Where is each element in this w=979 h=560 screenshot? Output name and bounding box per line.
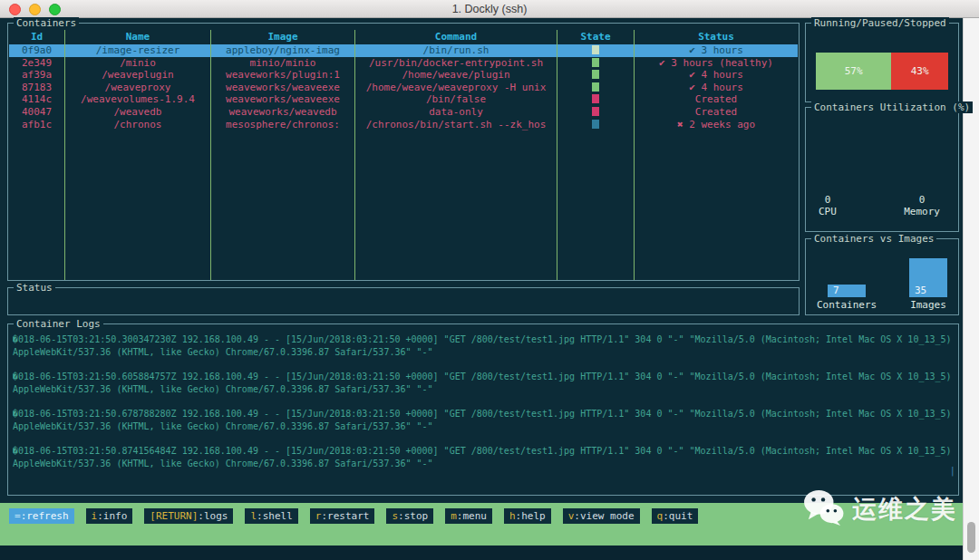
cell-container-state[interactable]: [557, 44, 635, 57]
running-paused-stopped-panel: Running/Paused/Stopped 57%43%: [805, 23, 959, 102]
metric-cpu: 0CPU: [819, 194, 837, 217]
logs-panel: Container Logs �018-06-15T03:21:50.30034…: [7, 323, 959, 496]
table-filler: [211, 130, 355, 280]
cell-container-state[interactable]: [557, 93, 635, 106]
utilization-panel-title: Containers Utilization (%): [811, 101, 973, 113]
status-panel-title: Status: [14, 282, 55, 294]
cell-container-image[interactable]: weaveworks/weaveexe: [211, 82, 355, 94]
terminal-content: Containers IdNameImageCommandStateStatus…: [0, 18, 963, 560]
cell-container-image[interactable]: weaveworks/plugin:1: [211, 69, 355, 82]
footer-key: v: [568, 510, 575, 522]
window-title: 1. Dockly (ssh): [452, 3, 528, 15]
cell-container-command[interactable]: /bin/false: [355, 93, 557, 106]
footer-item-restart[interactable]: r:restart: [310, 508, 375, 524]
cell-container-command[interactable]: /chronos/bin/start.sh --zk_hos: [355, 119, 557, 131]
bar-images: 35: [909, 258, 947, 297]
cell-container-name[interactable]: /weavedb: [65, 106, 211, 119]
cell-container-state[interactable]: [557, 69, 635, 82]
metric-value: 0: [904, 194, 940, 206]
log-line-useragent: AppleWebKit/537.36 (KHTML, like Gecko) C…: [13, 383, 955, 396]
logs-content: �018-06-15T03:21:50.300347230Z 192.168.1…: [13, 333, 955, 493]
footer-key: s: [392, 510, 398, 522]
zoom-window-button[interactable]: [49, 4, 61, 15]
cell-container-id[interactable]: 2e349: [9, 57, 65, 70]
column-header-status: Status: [635, 30, 798, 44]
cell-container-id[interactable]: 40047: [9, 106, 65, 119]
cell-container-name[interactable]: /image-resizer: [65, 44, 211, 57]
containers-panel: Containers IdNameImageCommandStateStatus…: [7, 23, 800, 281]
cell-container-image[interactable]: appleboy/nginx-imag: [211, 44, 355, 57]
gauge-panel-title: Running/Paused/Stopped: [811, 17, 949, 29]
scrollbar-thumb[interactable]: [967, 522, 975, 553]
minimize-window-button[interactable]: [29, 4, 41, 15]
state-indicator-icon: [592, 58, 599, 67]
cell-container-id[interactable]: af39a: [9, 69, 65, 82]
footer-item-shell[interactable]: l:shell: [245, 508, 297, 524]
cell-container-image[interactable]: weaveworks/weaveexe: [211, 93, 355, 106]
footer-key: l: [250, 510, 257, 522]
footer-item-quit[interactable]: q:quit: [652, 508, 699, 524]
cell-container-name[interactable]: /weaveplugin: [65, 69, 211, 82]
utilization-content: 0CPU0Memory: [819, 194, 940, 217]
logs-panel-title: Container Logs: [14, 318, 103, 330]
cell-container-status[interactable]: ✔ 4 hours: [635, 69, 798, 82]
cell-container-name[interactable]: /weaveproxy: [65, 82, 211, 94]
footer-label: :menu: [457, 510, 487, 522]
bar-value: 35: [909, 285, 926, 297]
table-filler: [355, 130, 557, 280]
footer-item-logs[interactable]: [RETURN]:logs: [144, 508, 233, 524]
cell-container-id[interactable]: 4114c: [9, 93, 65, 106]
footer-key: [RETURN]: [150, 510, 198, 522]
cell-container-command[interactable]: /home/weave/weaveproxy -H unix: [355, 82, 557, 94]
log-entry: �018-06-15T03:21:50.874156484Z 192.168.1…: [13, 445, 955, 470]
cell-container-state[interactable]: [557, 119, 635, 131]
cell-container-name[interactable]: /minio: [65, 57, 211, 70]
footer-item-refresh[interactable]: =:refresh: [9, 508, 74, 524]
cell-container-command[interactable]: /home/weave/plugin: [355, 69, 557, 82]
footer-item-help[interactable]: h:help: [504, 508, 551, 524]
cell-container-status[interactable]: ✔ 3 hours: [635, 44, 798, 57]
cell-container-status[interactable]: Created: [635, 93, 798, 106]
cell-container-name[interactable]: /chronos: [65, 119, 211, 131]
footer-label: :shell: [257, 510, 293, 522]
state-indicator-icon: [592, 45, 599, 54]
bar-label: Images: [910, 299, 946, 311]
scrollbar-track[interactable]: [963, 18, 979, 560]
log-line-useragent: AppleWebKit/537.36 (KHTML, like Gecko) C…: [13, 458, 955, 470]
footer-item-stop[interactable]: s:stop: [386, 508, 433, 524]
cell-container-state[interactable]: [557, 106, 635, 119]
bottom-strip: [0, 546, 963, 560]
containers-table: IdNameImageCommandStateStatus0f9a0/image…: [9, 30, 798, 280]
watermark: 运维之美: [803, 489, 957, 529]
cell-container-image[interactable]: weaveworks/weavedb: [211, 106, 355, 119]
cell-container-status[interactable]: ✔ 3 hours (healthy): [635, 57, 798, 70]
cell-container-command[interactable]: /bin/run.sh: [355, 44, 557, 57]
footer-item-view-mode[interactable]: v:view mode: [563, 508, 640, 524]
cell-container-state[interactable]: [557, 57, 635, 70]
footer-item-menu[interactable]: m:menu: [445, 508, 492, 524]
cell-container-status[interactable]: ✔ 4 hours: [635, 82, 798, 94]
footer-key: i: [92, 510, 98, 522]
footer-label: :info: [97, 510, 127, 522]
cell-container-status[interactable]: Created: [635, 106, 798, 119]
wechat-icon: [803, 489, 845, 529]
column-header-command: Command: [355, 30, 557, 44]
column-header-image: Image: [211, 30, 355, 44]
bar-group-containers: 7Containers: [817, 285, 877, 311]
cell-container-command[interactable]: /usr/bin/docker-entrypoint.sh: [355, 57, 557, 70]
terminal-window: 1. Dockly (ssh) Containers IdNameImageCo…: [0, 0, 979, 560]
cell-container-image[interactable]: minio/minio: [211, 57, 355, 70]
gauge-segment-stopped: 43%: [891, 53, 948, 90]
cell-container-status[interactable]: ✖ 2 weeks ago: [635, 119, 798, 131]
footer-label: :quit: [663, 510, 693, 522]
close-window-button[interactable]: [9, 4, 21, 15]
cell-container-id[interactable]: afb1c: [9, 119, 65, 131]
cell-container-command[interactable]: data-only: [355, 106, 557, 119]
cell-container-id[interactable]: 87183: [9, 82, 65, 94]
footer-item-info[interactable]: i:info: [86, 508, 133, 524]
cell-container-id[interactable]: 0f9a0: [9, 44, 65, 57]
table-filler: [65, 130, 211, 280]
cell-container-image[interactable]: mesosphere/chronos:: [211, 119, 355, 131]
cell-container-name[interactable]: /weavevolumes-1.9.4: [65, 93, 211, 106]
cell-container-state[interactable]: [557, 82, 635, 94]
